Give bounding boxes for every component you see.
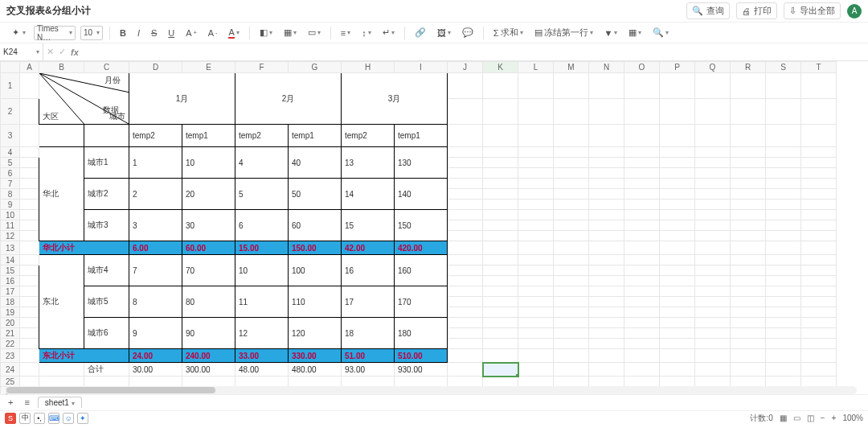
cell-S13[interactable]	[766, 241, 801, 255]
cell-N2[interactable]	[589, 99, 624, 125]
cell-Q20[interactable]	[695, 318, 731, 328]
cell-N4[interactable]	[589, 147, 624, 158]
ime-settings-icon[interactable]: ✦	[77, 413, 88, 424]
grid[interactable]: ABCDEFGHIJKLMNOPQRST1 月份 数据 大区 城市1月2月3月2…	[0, 61, 868, 399]
cell-M18[interactable]	[554, 297, 589, 307]
cell-A24[interactable]	[20, 363, 39, 377]
view-page-icon[interactable]: ▭	[793, 414, 800, 422]
cell-T13[interactable]	[801, 241, 837, 255]
cell-F3[interactable]: temp2	[235, 125, 289, 147]
cell-G25[interactable]	[289, 377, 342, 387]
cell-H25[interactable]	[342, 377, 395, 387]
cell-O8[interactable]	[624, 189, 660, 200]
cell-K15[interactable]	[483, 265, 518, 276]
row-header-5[interactable]: 5	[1, 158, 20, 168]
cell-R5[interactable]	[731, 158, 766, 168]
bold-button[interactable]: B	[117, 27, 129, 39]
cell-T25[interactable]	[801, 377, 837, 387]
cancel-icon[interactable]: ✕	[47, 47, 54, 57]
cell-R25[interactable]	[731, 377, 766, 387]
row-header-20[interactable]: 20	[1, 318, 20, 328]
cell-M21[interactable]	[554, 328, 589, 339]
cell-P21[interactable]	[660, 328, 695, 339]
cell-S1[interactable]	[766, 73, 801, 99]
cell-P6[interactable]	[660, 168, 695, 179]
row-header-4[interactable]: 4	[1, 147, 20, 158]
link-button[interactable]: 🔗	[411, 27, 429, 39]
cell-A9[interactable]	[20, 200, 39, 210]
cell-J16[interactable]	[448, 276, 483, 286]
cell-N13[interactable]	[589, 241, 624, 255]
zoom-out-button[interactable]: −	[821, 414, 825, 422]
cell-T12[interactable]	[801, 231, 837, 241]
formula-input[interactable]	[84, 47, 865, 56]
ime-punct[interactable]: •,	[34, 413, 45, 424]
sum-button[interactable]: Σ求和▾	[490, 26, 526, 39]
col-header-N[interactable]: N	[589, 62, 624, 73]
cell-O1[interactable]	[624, 73, 660, 99]
font-name-select[interactable]: Times N…▾	[34, 26, 76, 40]
cell-J23[interactable]	[448, 349, 483, 363]
cell-T10[interactable]	[801, 210, 837, 220]
cell-F4[interactable]: 4	[235, 147, 289, 179]
cell-K8[interactable]	[483, 189, 518, 200]
sheet-tab[interactable]: sheet1 ▾	[38, 397, 82, 408]
cell-M2[interactable]	[554, 99, 589, 125]
row-header-7[interactable]: 7	[1, 179, 20, 189]
cell-O25[interactable]	[624, 377, 660, 387]
font-dec-button[interactable]: A-	[205, 27, 221, 39]
italic-button[interactable]: I	[134, 27, 143, 39]
cell-L25[interactable]	[518, 377, 554, 387]
cell-G20[interactable]: 120	[289, 318, 342, 349]
cell-E20[interactable]: 90	[182, 318, 235, 349]
export-button[interactable]: ⇩导出全部	[784, 2, 841, 19]
cell-S7[interactable]	[766, 179, 801, 189]
cell-P2[interactable]	[660, 99, 695, 125]
cell-T24[interactable]	[801, 363, 837, 377]
cell-J14[interactable]	[448, 255, 483, 265]
cell-L16[interactable]	[518, 276, 554, 286]
col-header-S[interactable]: S	[766, 62, 801, 73]
cell-E23[interactable]: 240.00	[182, 349, 235, 363]
cell-T22[interactable]	[801, 339, 837, 349]
cell-J20[interactable]	[448, 318, 483, 328]
cell-H24[interactable]: 93.00	[342, 363, 395, 377]
cell-Q25[interactable]	[695, 377, 731, 387]
col-header-M[interactable]: M	[554, 62, 589, 73]
fx-icon[interactable]: fx	[71, 47, 79, 57]
cell-Q9[interactable]	[695, 200, 731, 210]
cell-Q5[interactable]	[695, 158, 731, 168]
cell-T1[interactable]	[801, 73, 837, 99]
cell-L18[interactable]	[518, 297, 554, 307]
cell-N24[interactable]	[589, 363, 624, 377]
cell-R2[interactable]	[731, 99, 766, 125]
cell-J7[interactable]	[448, 179, 483, 189]
cell-Q7[interactable]	[695, 179, 731, 189]
cell-A18[interactable]	[20, 297, 39, 307]
cell-P17[interactable]	[660, 286, 695, 297]
cell-A25[interactable]	[20, 377, 39, 387]
cell-C10[interactable]: 城市3	[84, 210, 129, 241]
cell-D13[interactable]: 6.00	[129, 241, 182, 255]
row-header-18[interactable]: 18	[1, 297, 20, 307]
cell-I13[interactable]: 420.00	[395, 241, 448, 255]
col-header-T[interactable]: T	[801, 62, 837, 73]
cell-S3[interactable]	[766, 125, 801, 147]
cell-K16[interactable]	[483, 276, 518, 286]
cell-Q18[interactable]	[695, 297, 731, 307]
row-header-22[interactable]: 22	[1, 339, 20, 349]
cell-D14[interactable]: 7	[129, 255, 182, 286]
cell-S18[interactable]	[766, 297, 801, 307]
cell-H17[interactable]: 17	[342, 286, 395, 318]
cell-R4[interactable]	[731, 147, 766, 158]
cell-I3[interactable]: temp1	[395, 125, 448, 147]
col-header-C[interactable]: C	[84, 62, 129, 73]
cell-M1[interactable]	[554, 73, 589, 99]
cell-E10[interactable]: 30	[182, 210, 235, 241]
cell-Q16[interactable]	[695, 276, 731, 286]
cell-B3[interactable]	[39, 125, 84, 147]
cell-O17[interactable]	[624, 286, 660, 297]
cell-N14[interactable]	[589, 255, 624, 265]
row-header-2[interactable]: 2	[1, 99, 20, 125]
cell-J12[interactable]	[448, 231, 483, 241]
